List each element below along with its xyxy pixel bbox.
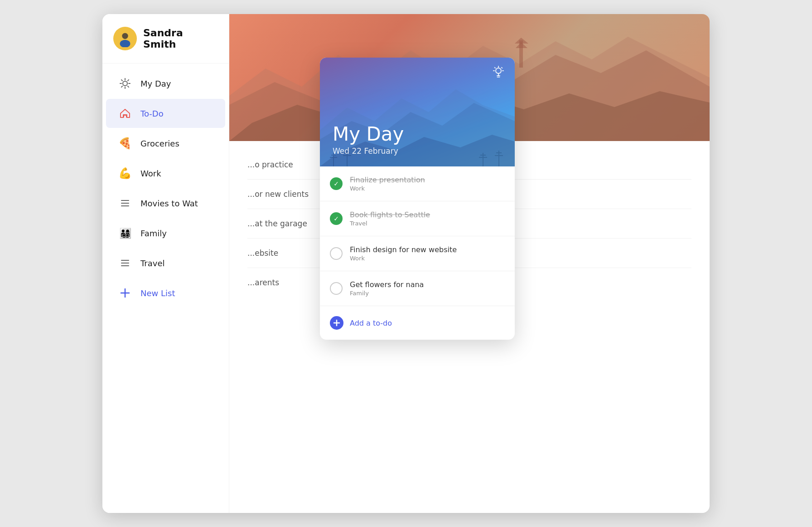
- plus-icon: [117, 285, 133, 301]
- task-category-2: Travel: [350, 220, 505, 227]
- task-title-4: Get flowers for nana: [350, 280, 505, 289]
- add-circle-icon: [330, 316, 343, 330]
- myday-panel: My Day Wed 22 February Finalize presenta…: [320, 58, 515, 340]
- task-info-3: Finish design for new website Work: [350, 245, 505, 262]
- main-task-text-1: ...o practice: [247, 160, 293, 169]
- list-icon-movies: [117, 195, 133, 211]
- svg-point-29: [496, 68, 501, 73]
- main-task-text-2: ...or new clients: [247, 190, 309, 199]
- task-checkbox-2[interactable]: [330, 212, 343, 225]
- task-category-1: Work: [350, 185, 505, 192]
- sun-icon: [117, 75, 133, 92]
- sidebar-item-label-to-do: To-Do: [140, 109, 164, 118]
- user-section: Sandra Smith: [102, 14, 229, 63]
- sidebar-item-label-groceries: Groceries: [140, 139, 179, 148]
- task-title-3: Finish design for new website: [350, 245, 505, 254]
- task-title-1: Finalize presentation: [350, 176, 505, 184]
- lightbulb-icon[interactable]: [492, 66, 505, 81]
- sidebar-item-movies[interactable]: Movies to Wat: [106, 189, 225, 218]
- svg-point-1: [122, 33, 128, 39]
- pizza-icon: 🍕: [117, 135, 133, 151]
- sidebar-item-groceries[interactable]: 🍕 Groceries: [106, 129, 225, 158]
- task-checkbox-4[interactable]: [330, 282, 343, 295]
- task-category-3: Work: [350, 255, 505, 262]
- task-info-4: Get flowers for nana Family: [350, 280, 505, 297]
- sidebar-item-to-do[interactable]: To-Do: [106, 99, 225, 128]
- task-title-2: Book flights to Seattle: [350, 210, 505, 219]
- svg-line-11: [121, 86, 122, 87]
- list-icon-travel: [117, 255, 133, 271]
- svg-line-9: [128, 86, 129, 87]
- sidebar-item-family[interactable]: 👨‍👩‍👧‍👦 Family: [106, 219, 225, 248]
- task-checkbox-1[interactable]: [330, 177, 343, 190]
- sidebar: Sandra Smith My: [102, 14, 229, 513]
- task-category-4: Family: [350, 290, 505, 297]
- new-list-item[interactable]: New List: [106, 278, 225, 307]
- task-checkbox-3[interactable]: [330, 247, 343, 260]
- sidebar-item-travel[interactable]: Travel: [106, 249, 225, 278]
- avatar: [113, 27, 137, 50]
- main-content: ...o practice ...or new clients ...at th…: [229, 14, 710, 513]
- new-list-label: New List: [140, 288, 175, 298]
- svg-line-36: [495, 68, 495, 68]
- sidebar-item-label-my-day: My Day: [140, 79, 171, 88]
- sidebar-item-label-movies: Movies to Wat: [140, 199, 198, 208]
- svg-line-10: [128, 80, 129, 81]
- main-task-text-4: ...ebsite: [247, 249, 278, 258]
- task-item-1[interactable]: Finalize presentation Work: [320, 166, 515, 201]
- muscle-icon: 💪: [117, 165, 133, 181]
- myday-title: My Day: [333, 124, 502, 145]
- add-todo-label: Add a to-do: [350, 319, 392, 327]
- home-icon: [117, 105, 133, 122]
- task-info-1: Finalize presentation Work: [350, 176, 505, 192]
- myday-header: My Day Wed 22 February: [320, 58, 515, 166]
- task-item-3[interactable]: Finish design for new website Work: [320, 236, 515, 271]
- sidebar-item-label-travel: Travel: [140, 259, 165, 268]
- sidebar-item-label-family: Family: [140, 229, 167, 238]
- task-item-4[interactable]: Get flowers for nana Family: [320, 271, 515, 306]
- task-info-2: Book flights to Seattle Travel: [350, 210, 505, 227]
- myday-tasks: Finalize presentation Work Book flights …: [320, 166, 515, 306]
- main-task-text-5: ...arents: [247, 278, 279, 287]
- svg-line-37: [502, 68, 502, 68]
- sidebar-item-my-day[interactable]: My Day: [106, 69, 225, 98]
- myday-date: Wed 22 February: [333, 146, 502, 156]
- svg-point-3: [123, 81, 127, 86]
- sidebar-item-work[interactable]: 💪 Work: [106, 159, 225, 188]
- svg-line-8: [121, 80, 122, 81]
- user-name: Sandra Smith: [143, 27, 218, 50]
- family-icon: 👨‍👩‍👧‍👦: [117, 225, 133, 241]
- sidebar-item-label-work: Work: [140, 169, 161, 178]
- app-container: Sandra Smith My: [102, 14, 710, 513]
- nav-list: My Day To-Do 🍕 Groceries 💪 Work: [102, 63, 229, 513]
- main-task-text-3: ...at the garage: [247, 219, 307, 228]
- task-item-2[interactable]: Book flights to Seattle Travel: [320, 201, 515, 236]
- add-todo-button[interactable]: Add a to-do: [320, 306, 515, 340]
